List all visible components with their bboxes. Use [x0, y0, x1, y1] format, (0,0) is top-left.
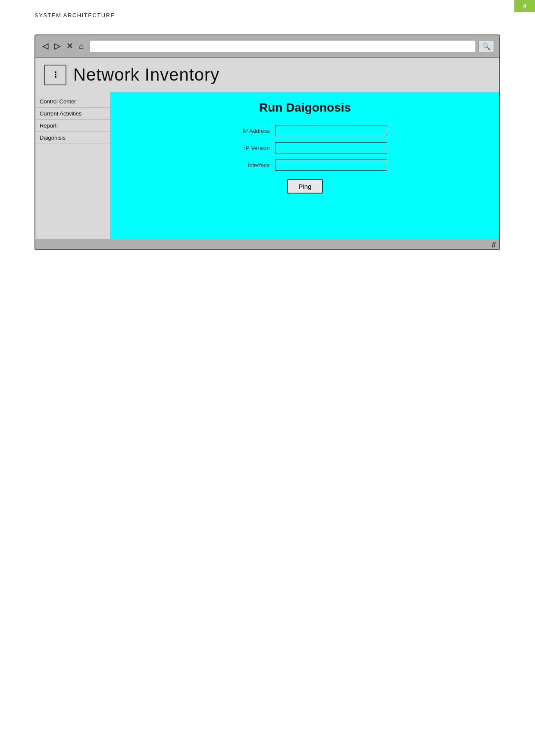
app-icon-symbol: ⁝ — [54, 69, 57, 81]
app-header: ⁝ Network Inventory — [35, 58, 499, 92]
status-bar: // — [35, 239, 499, 250]
content-title: Run Daigonosis — [124, 101, 486, 115]
search-icon: 🔍 — [482, 42, 491, 50]
search-button[interactable]: 🔍 — [479, 40, 494, 52]
content-panel: Run Daigonosis IP Address IP Version Int… — [111, 92, 499, 239]
sidebar: Control Center Current Activities Report… — [35, 92, 111, 239]
ip-version-label: IP Version — [223, 145, 275, 151]
home-button[interactable]: ⌂ — [77, 41, 85, 52]
interface-row: Interface — [124, 159, 486, 171]
ip-address-row: IP Address — [124, 125, 486, 136]
forward-button[interactable]: ▷ — [53, 41, 62, 52]
status-bar-icon: // — [492, 241, 496, 249]
sidebar-item-report[interactable]: Report — [35, 120, 110, 132]
ip-address-input[interactable] — [275, 125, 387, 136]
ip-version-row: IP Version — [124, 142, 486, 153]
ping-button-row: Ping — [124, 179, 486, 194]
sidebar-item-control-center[interactable]: Control Center — [35, 96, 110, 108]
app-title: Network Inventory — [73, 65, 219, 84]
ip-version-input[interactable] — [275, 142, 387, 153]
interface-input[interactable] — [275, 159, 387, 171]
browser-window: ◁ ▷ ✕ ⌂ 🔍 ⁝ Network Inventory Control Ce… — [34, 34, 500, 250]
page-heading: SYSTEM ARCHITECTURE — [34, 12, 115, 19]
page-number-badge: 4 — [514, 0, 535, 12]
page-number: 4 — [523, 3, 526, 9]
close-button[interactable]: ✕ — [65, 41, 75, 52]
browser-toolbar: ◁ ▷ ✕ ⌂ 🔍 — [35, 35, 499, 58]
sidebar-item-daigonisis[interactable]: Daigonisis — [35, 132, 110, 144]
main-content: Control Center Current Activities Report… — [35, 92, 499, 239]
interface-label: Interface — [223, 162, 275, 169]
ping-button[interactable]: Ping — [287, 179, 322, 194]
back-button[interactable]: ◁ — [41, 41, 50, 52]
sidebar-item-current-activities[interactable]: Current Activities — [35, 108, 110, 120]
address-bar-input[interactable] — [90, 40, 476, 52]
app-icon: ⁝ — [44, 65, 66, 85]
ip-address-label: IP Address — [223, 128, 275, 134]
